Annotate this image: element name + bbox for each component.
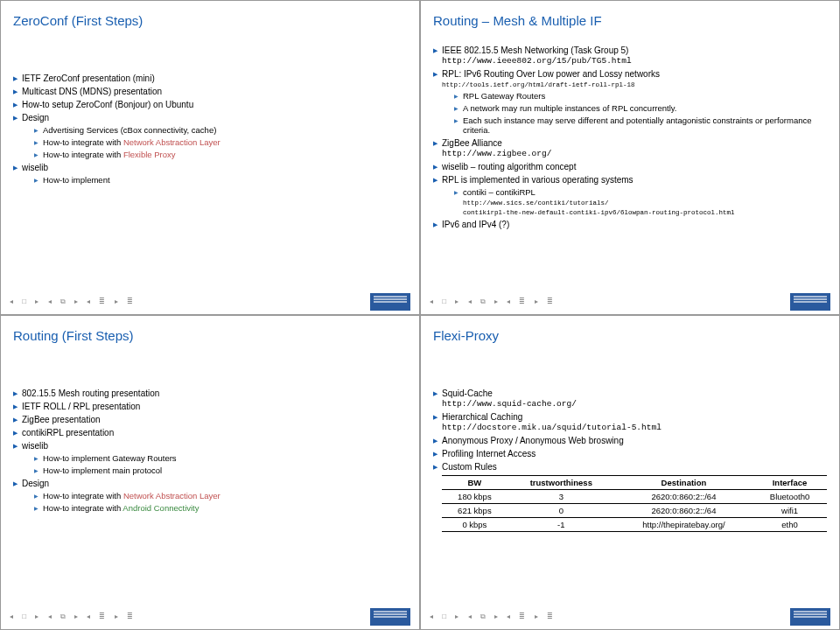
slide-title: Routing – Mesh & Multiple IF <box>433 13 827 28</box>
list-item: How-to implement <box>34 175 407 185</box>
list-item: How-to integrate with Flexible Proxy <box>34 150 407 159</box>
list-item: IETF ROLL / RPL presentation <box>13 402 407 411</box>
list-item: contiki – contikiRPL http://www.sics.se/… <box>454 187 827 216</box>
list-item: wiselib How-to implement <box>13 163 407 185</box>
list-item: contikiRPL presentation <box>13 428 407 438</box>
list-item: Each such instance may serve different a… <box>454 116 827 135</box>
link-nal[interactable]: Network Abstraction Layer <box>123 491 220 500</box>
list-item: A network may run multiple instances of … <box>454 103 827 113</box>
slide-zeroconf: ZeroConf (First Steps) IETF ZeroConf pre… <box>0 0 420 315</box>
link-android[interactable]: Android Connectivity <box>122 503 199 513</box>
list-item: Anonymous Proxy / Anonymous Web broswing <box>433 436 827 445</box>
list-item: Profiling Internet Access <box>433 449 827 458</box>
slide-title: Flexi-Proxy <box>433 328 827 343</box>
link-contiki[interactable]: http://www.sics.se/contiki/tutorials/ <box>463 200 609 206</box>
list-item: RPL Gateway Routers <box>454 91 827 101</box>
slide-flexi-proxy: Flexi-Proxy Squid-Cache http://www.squid… <box>420 315 840 630</box>
list-item: RPL is implemented in various operating … <box>433 175 827 216</box>
list-item: IPv6 and IPv4 (?) <box>433 220 827 229</box>
list-item: wiselib – routing algorithm concept <box>433 162 827 172</box>
nav-controls[interactable]: ◂ □ ▸ ◂ ⧉ ▸ ◂ ≣ ▸ ≣ <box>430 298 556 306</box>
list-item: Multicast DNS (MDNS) presentation <box>13 87 407 96</box>
nav-controls[interactable]: ◂ □ ▸ ◂ ⧉ ▸ ◂ ≣ ▸ ≣ <box>10 298 136 306</box>
list-item: wiselib How-to implement Gateway Routers… <box>13 441 407 475</box>
table-row: 0 kbps -1 http://thepiratebay.org/ eth0 <box>442 518 827 532</box>
university-logo <box>790 608 830 626</box>
table-row: 180 kbps 3 2620:0:860:2::/64 Bluetooth0 <box>442 490 827 504</box>
link-zigbee[interactable]: http://www.zigbee.org/ <box>442 149 551 158</box>
list-item: Design How-to integrate with Network Abs… <box>13 479 407 513</box>
list-item: How-to integrate with Network Abstractio… <box>34 491 407 500</box>
list-item: Custom Rules BW trustworthiness Destinat… <box>433 462 827 532</box>
link-hier[interactable]: http://docstore.mik.ua/squid/tutorial-5.… <box>442 423 662 432</box>
list-item: How-to setup ZeroConf (Bonjour) on Ubunt… <box>13 100 407 109</box>
list-item: Design Advertising Services (cBox connec… <box>13 113 407 159</box>
nav-controls[interactable]: ◂ □ ▸ ◂ ⧉ ▸ ◂ ≣ ▸ ≣ <box>430 612 556 621</box>
list-item: Squid-Cache http://www.squid-cache.org/ <box>433 388 827 409</box>
link-ieee[interactable]: http://www.ieee802.org/15/pub/TG5.html <box>442 56 632 66</box>
link-nal[interactable]: Network Abstraction Layer <box>123 137 220 147</box>
list-item: How-to integrate with Android Connectivi… <box>34 503 407 513</box>
link-flexproxy[interactable]: Flexible Proxy <box>123 150 176 159</box>
rules-table: BW trustworthiness Destination Interface… <box>442 475 827 532</box>
slide-routing-steps: Routing (First Steps) 802.15.5 Mesh rout… <box>0 315 420 630</box>
slide-title: Routing (First Steps) <box>13 328 407 343</box>
list-item: How-to integrate with Network Abstractio… <box>34 137 407 147</box>
list-item: ZigBee Alliance http://www.zigbee.org/ <box>433 138 827 158</box>
slide-routing-mesh: Routing – Mesh & Multiple IF IEEE 802.15… <box>420 0 840 315</box>
th-dest: Destination <box>615 476 752 490</box>
table-row: 621 kbps 0 2620:0:860:2::/64 wifi1 <box>442 504 827 518</box>
nav-controls[interactable]: ◂ □ ▸ ◂ ⧉ ▸ ◂ ≣ ▸ ≣ <box>10 612 136 621</box>
th-iface: Interface <box>752 476 827 490</box>
th-bw: BW <box>442 476 508 490</box>
link-squid[interactable]: http://www.squid-cache.org/ <box>442 399 577 409</box>
list-item: IEEE 802.15.5 Mesh Networking (Task Grou… <box>433 46 827 66</box>
list-item: How-to implement main protocol <box>34 466 407 475</box>
th-trust: trustworthiness <box>508 476 615 490</box>
list-item: ZigBee presentation <box>13 415 407 424</box>
list-item: How-to implement Gateway Routers <box>34 453 407 463</box>
university-logo <box>790 293 830 311</box>
list-item: IETF ZeroConf presentation (mini) <box>13 74 407 83</box>
list-item: 802.15.5 Mesh routing presentation <box>13 388 407 398</box>
list-item: Advertising Services (cBox connectivity,… <box>34 125 407 135</box>
list-item: RPL: IPv6 Routing Over Low power and Los… <box>433 69 827 135</box>
link-rpl-draft[interactable]: http://tools.ietf.org/html/draft-ietf-ro… <box>442 81 635 88</box>
university-logo <box>370 608 410 626</box>
university-logo <box>370 293 410 311</box>
link-contiki2[interactable]: contikirpl-the-new-default-contiki-ipv6/… <box>463 209 735 216</box>
slide-title: ZeroConf (First Steps) <box>13 13 407 28</box>
list-item: Hierarchical Caching http://docstore.mik… <box>433 412 827 432</box>
